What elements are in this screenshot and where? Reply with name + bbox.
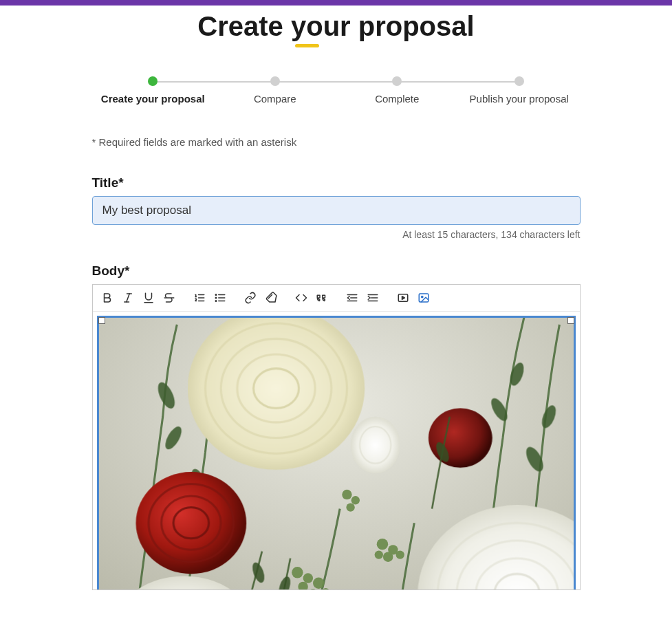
title-underline — [295, 44, 319, 47]
svg-line-2 — [126, 294, 129, 302]
strike-button[interactable] — [160, 289, 178, 307]
svg-point-36 — [303, 573, 312, 583]
resize-handle-top-left[interactable] — [98, 317, 105, 324]
bold-icon — [101, 292, 113, 304]
svg-point-47 — [395, 550, 404, 559]
unlink-button[interactable] — [262, 289, 280, 307]
svg-point-60 — [136, 472, 246, 574]
step-publish: Publish your proposal — [458, 76, 581, 105]
step-dot — [514, 76, 524, 86]
svg-point-44 — [376, 539, 387, 550]
underline-icon — [142, 292, 155, 304]
top-accent-bar — [0, 0, 672, 6]
resize-handle-top-right[interactable] — [567, 317, 574, 324]
quote-icon — [316, 292, 328, 304]
ordered-list-button[interactable] — [191, 289, 208, 307]
step-label: Create your proposal — [101, 93, 205, 105]
editor-content-area[interactable] — [93, 312, 580, 589]
svg-point-35 — [292, 567, 303, 578]
required-fields-note: * Required fields are marked with an ast… — [92, 136, 581, 148]
svg-point-24 — [421, 296, 422, 297]
svg-point-52 — [428, 408, 492, 468]
step-dot — [148, 76, 158, 86]
svg-point-12 — [215, 297, 217, 299]
outdent-button[interactable] — [343, 289, 361, 307]
step-label: Publish your proposal — [470, 93, 569, 105]
step-progress: Create your proposal Compare Complete Pu… — [92, 76, 581, 105]
step-compare: Compare — [214, 76, 336, 105]
svg-marker-22 — [402, 296, 404, 300]
selected-image[interactable] — [97, 316, 576, 589]
page-title: Create your proposal — [197, 11, 474, 42]
svg-point-42 — [351, 496, 359, 504]
title-label: Title* — [92, 175, 581, 191]
step-dot — [270, 76, 280, 86]
code-button[interactable] — [292, 289, 310, 307]
svg-point-48 — [374, 550, 382, 559]
strike-icon — [163, 292, 175, 304]
step-label: Complete — [375, 93, 419, 105]
step-dot — [392, 76, 402, 86]
step-create-proposal: Create your proposal — [92, 76, 215, 105]
body-label: Body* — [92, 263, 581, 279]
title-char-info: At least 15 characters, 134 characters l… — [92, 229, 581, 240]
indent-icon — [367, 292, 379, 304]
step-complete: Complete — [336, 76, 459, 105]
italic-button[interactable] — [119, 289, 137, 307]
svg-point-43 — [346, 503, 354, 511]
indent-button[interactable] — [364, 289, 382, 307]
video-icon — [397, 292, 409, 304]
image-icon — [418, 292, 430, 304]
svg-point-58 — [350, 417, 400, 473]
svg-point-11 — [215, 294, 217, 296]
underline-button[interactable] — [140, 289, 158, 307]
code-icon — [295, 292, 307, 304]
outdent-icon — [346, 292, 358, 304]
video-button[interactable] — [394, 289, 412, 307]
rich-text-editor — [92, 284, 581, 590]
embedded-image — [99, 318, 574, 589]
link-button[interactable] — [241, 289, 259, 307]
step-label: Compare — [254, 93, 296, 105]
unordered-list-button[interactable] — [211, 289, 229, 307]
bold-button[interactable] — [98, 289, 116, 307]
italic-icon — [122, 292, 134, 304]
editor-toolbar — [93, 285, 580, 312]
image-button[interactable] — [415, 289, 433, 307]
svg-point-13 — [215, 301, 217, 302]
svg-point-46 — [382, 552, 392, 561]
eraser-icon — [265, 292, 277, 304]
unordered-list-icon — [214, 292, 226, 304]
title-input[interactable] — [92, 196, 581, 225]
ordered-list-icon — [193, 292, 206, 304]
link-icon — [244, 292, 257, 304]
svg-point-38 — [313, 578, 324, 589]
svg-point-41 — [342, 490, 351, 499]
quote-button[interactable] — [313, 289, 331, 307]
